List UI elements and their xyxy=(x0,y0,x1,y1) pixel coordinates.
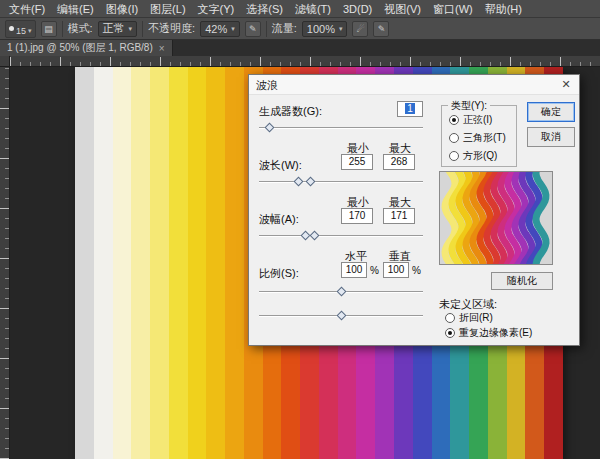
opacity-dropdown[interactable]: 42% ▾ xyxy=(200,21,240,37)
chevron-down-icon: ▾ xyxy=(129,24,133,34)
menu-image[interactable]: 图像(I) xyxy=(100,0,144,18)
slider-handle[interactable] xyxy=(264,123,274,133)
generators-input[interactable]: 1 xyxy=(397,101,423,117)
brush-tip-icon xyxy=(9,26,14,31)
scale-horizontal-value: 100 xyxy=(346,264,363,275)
image-stripe xyxy=(75,67,94,459)
scale-horizontal-slider[interactable] xyxy=(259,287,423,297)
slider-handle-max[interactable] xyxy=(305,177,315,187)
document-title: 1 (1).jpg @ 50% (图层 1, RGB/8) xyxy=(7,41,153,55)
menu-filter[interactable]: 滤镜(T) xyxy=(289,0,337,18)
menu-3d[interactable]: 3D(D) xyxy=(337,0,378,18)
radio-square[interactable]: 方形(Q) xyxy=(449,149,497,163)
radio-label: 折回(R) xyxy=(459,311,493,325)
scale-vertical-value: 100 xyxy=(388,264,405,275)
amplitude-slider[interactable] xyxy=(259,231,423,241)
randomize-button[interactable]: 随机化 xyxy=(491,272,553,290)
radio-repeat-edge-pixels[interactable]: 重复边缘像素(E) xyxy=(445,326,532,340)
tab-close-icon[interactable]: × xyxy=(159,43,165,54)
radio-icon xyxy=(445,313,455,323)
type-group-label: 类型(Y): xyxy=(448,99,490,113)
scale-label: 比例(S): xyxy=(259,266,299,281)
radio-label: 重复边缘像素(E) xyxy=(459,326,532,340)
slider-handle-max[interactable] xyxy=(310,231,320,241)
dialog-titlebar[interactable]: 波浪 ✕ xyxy=(249,75,579,95)
menu-window[interactable]: 窗口(W) xyxy=(427,0,479,18)
scale-vertical-input[interactable]: 100 xyxy=(383,262,409,278)
amplitude-min-value: 170 xyxy=(349,210,366,221)
document-tab[interactable]: 1 (1).jpg @ 50% (图层 1, RGB/8) × xyxy=(0,40,173,56)
chevron-down-icon: ▾ xyxy=(231,24,235,34)
menu-select[interactable]: 选择(S) xyxy=(240,0,289,18)
image-stripe xyxy=(113,67,132,459)
wavelength-min-input[interactable]: 255 xyxy=(341,154,373,170)
slider-track xyxy=(259,235,423,237)
wave-preview-svg xyxy=(440,172,552,264)
menu-type[interactable]: 文字(Y) xyxy=(192,0,241,18)
undefined-area-label: 未定义区域: xyxy=(439,297,497,312)
wavelength-label: 波长(W): xyxy=(259,158,302,173)
flow-label: 流量: xyxy=(272,21,297,36)
wavelength-slider[interactable] xyxy=(259,177,423,187)
mode-dropdown[interactable]: 正常 ▾ xyxy=(98,21,138,37)
menu-view[interactable]: 视图(V) xyxy=(378,0,427,18)
ruler-origin-corner xyxy=(0,56,10,67)
menu-help[interactable]: 帮助(H) xyxy=(479,0,528,18)
slider-track xyxy=(259,181,423,183)
radio-label: 方形(Q) xyxy=(463,149,497,163)
chevron-down-icon: ▾ xyxy=(28,26,32,36)
pen-pressure-size-icon[interactable]: ✎ xyxy=(373,21,389,37)
radio-icon xyxy=(445,328,455,338)
radio-label: 三角形(T) xyxy=(463,131,506,145)
image-stripe xyxy=(150,67,169,459)
wavelength-max-value: 268 xyxy=(391,156,408,167)
slider-track xyxy=(259,127,423,129)
dialog-title: 波浪 xyxy=(256,78,278,93)
amplitude-max-input[interactable]: 171 xyxy=(383,208,415,224)
divider xyxy=(266,21,267,37)
menu-layer[interactable]: 图层(L) xyxy=(144,0,191,18)
brush-panel-toggle-icon[interactable]: ▤ xyxy=(41,21,57,37)
scale-horizontal-input[interactable]: 100 xyxy=(341,262,367,278)
flow-value: 100% xyxy=(307,23,335,35)
divider xyxy=(62,21,63,37)
generators-slider[interactable] xyxy=(259,123,423,133)
radio-icon xyxy=(449,115,459,125)
menu-file[interactable]: 文件(F) xyxy=(3,0,51,18)
pen-pressure-opacity-icon[interactable]: ✎ xyxy=(245,21,261,37)
ruler-major-ticks xyxy=(10,57,600,66)
horizontal-ruler xyxy=(10,56,600,67)
image-stripe xyxy=(206,67,225,459)
scale-horizontal-percent: % xyxy=(370,265,379,276)
close-icon[interactable]: ✕ xyxy=(553,75,579,94)
wave-filter-dialog: 波浪 ✕ 生成器数(G): 1 最小 最大 波长(W): 255 268 最小 … xyxy=(248,74,580,346)
ok-button[interactable]: 确定 xyxy=(527,102,575,122)
radio-triangle[interactable]: 三角形(T) xyxy=(449,131,506,145)
image-stripe xyxy=(169,67,188,459)
brush-preset-picker[interactable]: 15 ▾ xyxy=(5,20,36,38)
scale-vertical-percent: % xyxy=(412,265,421,276)
image-stripe xyxy=(131,67,150,459)
image-stripe xyxy=(225,67,244,459)
image-stripe xyxy=(188,67,207,459)
divider xyxy=(142,21,143,37)
slider-handle[interactable] xyxy=(336,287,346,297)
airbrush-icon[interactable]: ☄ xyxy=(352,21,368,37)
brush-size-value: 15 xyxy=(16,27,26,36)
radio-sine[interactable]: 正弦(I) xyxy=(449,113,492,127)
slider-handle-min[interactable] xyxy=(294,177,304,187)
flow-dropdown[interactable]: 100% ▾ xyxy=(302,21,348,37)
wavelength-max-input[interactable]: 268 xyxy=(383,154,415,170)
tool-options-bar: 15 ▾ ▤ 模式: 正常 ▾ 不透明度: 42% ▾ ✎ 流量: 100% ▾… xyxy=(0,18,600,40)
amplitude-max-value: 171 xyxy=(391,210,408,221)
image-stripe xyxy=(94,67,113,459)
mode-label: 模式: xyxy=(68,21,93,36)
wave-preview xyxy=(439,171,553,265)
amplitude-min-input[interactable]: 170 xyxy=(341,208,373,224)
radio-wrap-around[interactable]: 折回(R) xyxy=(445,311,493,325)
cancel-button[interactable]: 取消 xyxy=(527,127,575,147)
slider-handle[interactable] xyxy=(336,311,346,321)
menu-edit[interactable]: 编辑(E) xyxy=(51,0,100,18)
vertical-ruler xyxy=(0,67,10,459)
scale-vertical-slider[interactable] xyxy=(259,311,423,321)
